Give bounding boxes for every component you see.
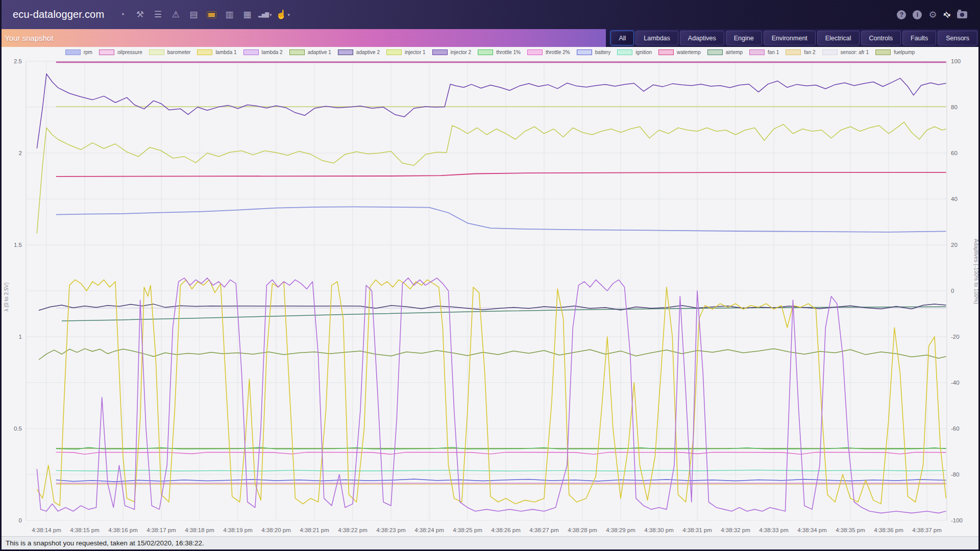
- legend-swatch: [432, 49, 448, 55]
- legend-item-injector-1[interactable]: injector 1: [386, 49, 426, 55]
- legend-swatch: [875, 49, 891, 55]
- chart-menu-icon[interactable]: ▂▅▇▾: [258, 8, 272, 21]
- right-axis-tick: 0: [951, 288, 954, 294]
- series-line-lambda-2: [37, 278, 946, 513]
- legend-item-airtemp[interactable]: airtemp: [707, 49, 743, 55]
- x-axis-tick: 4:38:23 pm: [376, 527, 406, 533]
- chart-legend: rpmoilpressurebarometerlambda 1lambda 2a…: [2, 49, 978, 55]
- legend-item-ignition[interactable]: ignition: [617, 49, 652, 55]
- left-axis-title: λ (0 to 2.5V): [3, 282, 9, 311]
- legend-label: fan 1: [768, 49, 779, 55]
- right-axis-title: Adaptives (-100% to 100%): [973, 239, 978, 304]
- left-axis-tick: 2: [19, 150, 22, 156]
- legend-item-fan-1[interactable]: fan 1: [749, 49, 779, 55]
- wrench-icon[interactable]: ⚒: [133, 8, 146, 21]
- x-axis-tick: 4:38:33 pm: [759, 527, 789, 533]
- legend-item-throttle-2-[interactable]: throttle 2%: [527, 49, 570, 55]
- sliders-icon-glyph: ☰: [154, 9, 162, 20]
- wrench-icon-glyph: ⚒: [136, 9, 144, 20]
- series-line-throttle-2-: [56, 452, 946, 454]
- legend-swatch: [822, 49, 838, 55]
- tab-faults[interactable]: Faults: [902, 31, 936, 45]
- legend-item-injector-2[interactable]: injector 2: [432, 49, 472, 55]
- brand-title: ecu-datalogger.com: [13, 9, 104, 20]
- tab-environment[interactable]: Environment: [764, 31, 816, 45]
- left-axis-tick: 0.5: [14, 425, 22, 432]
- x-axis-tick: 4:38:37 pm: [912, 527, 942, 533]
- info-icon[interactable]: i: [913, 10, 922, 19]
- right-axis-tick: -60: [951, 425, 960, 432]
- film-icon[interactable]: ▦: [240, 8, 254, 21]
- tab-adaptives[interactable]: Adaptives: [680, 31, 724, 45]
- settings-gear-icon[interactable]: ⚙: [928, 9, 937, 20]
- x-axis-tick: 4:38:17 pm: [146, 527, 176, 533]
- legend-item-lambda-1[interactable]: lambda 1: [197, 49, 236, 55]
- legend-label: fuelpump: [894, 49, 915, 55]
- page-title: Your snapshot: [2, 34, 53, 42]
- chip-icon[interactable]: ▥: [223, 8, 236, 21]
- tab-lambdas[interactable]: Lambdas: [635, 31, 678, 45]
- legend-swatch: [386, 49, 402, 55]
- warning-icon-glyph: ⚠: [172, 9, 180, 20]
- legend-swatch: [338, 49, 353, 55]
- series-line-injector-1: [37, 122, 946, 233]
- pointer-menu-icon[interactable]: ☝▾: [276, 8, 289, 21]
- x-axis-tick: 4:38:20 pm: [261, 527, 291, 533]
- snapshot-header: Your snapshot AllLambdasAdaptivesEngineE…: [2, 29, 978, 47]
- x-axis-tick: 4:38:35 pm: [836, 527, 865, 533]
- datalist-icon: [207, 11, 216, 18]
- x-axis-tick: 4:38:21 pm: [300, 527, 329, 533]
- compress-icon[interactable]: ⇄: [941, 9, 953, 20]
- chip-icon-glyph: ▥: [225, 9, 233, 20]
- line-chart: 2.521.510.50100806040200-20-40-60-80-100…: [2, 47, 978, 536]
- legend-item-rpm[interactable]: rpm: [65, 49, 92, 55]
- tab-engine[interactable]: Engine: [726, 31, 762, 45]
- sliders-icon[interactable]: ☰: [151, 8, 164, 21]
- pointer-menu-icon-glyph: ☝: [276, 9, 286, 20]
- warning-icon[interactable]: ⚠: [169, 8, 182, 21]
- legend-item-barometer[interactable]: barometer: [149, 49, 191, 55]
- series-line-lambda-1: [37, 280, 946, 506]
- chevron-down-icon: ▾: [270, 12, 272, 17]
- status-bar: This is a snapshot you requested, taken …: [2, 536, 978, 549]
- gauge-icon[interactable]: ◔: [115, 8, 129, 21]
- legend-item-adaptive-2[interactable]: adaptive 2: [338, 49, 380, 55]
- legend-label: rpm: [84, 49, 92, 55]
- legend-item-sensor-afr-1[interactable]: sensor: afr 1: [822, 49, 869, 55]
- legend-item-fan-2[interactable]: fan 2: [786, 49, 815, 55]
- legend-label: injector 2: [451, 49, 472, 55]
- right-axis-tick: 40: [951, 196, 958, 202]
- legend-item-lambda-2[interactable]: lambda 2: [243, 49, 283, 55]
- legend-label: fan 2: [804, 49, 815, 55]
- legend-label: barometer: [167, 49, 191, 55]
- legend-item-watertemp[interactable]: watertemp: [658, 49, 701, 55]
- help-icon[interactable]: ?: [897, 10, 906, 19]
- tab-all[interactable]: All: [610, 31, 634, 45]
- legend-label: airtemp: [726, 49, 743, 55]
- tab-controls[interactable]: Controls: [861, 31, 901, 45]
- legend-item-throttle-1-[interactable]: throttle 1%: [478, 49, 521, 55]
- x-axis-tick: 4:38:16 pm: [108, 527, 138, 533]
- chevron-down-icon: ▾: [288, 12, 290, 17]
- tab-electrical[interactable]: Electrical: [817, 31, 860, 45]
- legend-label: adaptive 2: [356, 49, 380, 55]
- legend-swatch: [658, 49, 674, 55]
- x-axis-tick: 4:38:31 pm: [682, 527, 712, 533]
- legend-item-adaptive-1[interactable]: adaptive 1: [289, 49, 331, 55]
- legend-item-oilpressure[interactable]: oilpressure: [99, 49, 142, 55]
- legend-label: lambda 1: [215, 49, 236, 55]
- right-axis-tick: 60: [951, 150, 958, 156]
- tab-sensors[interactable]: Sensors: [938, 31, 977, 45]
- logbook-icon[interactable]: ▤: [187, 8, 200, 21]
- film-icon-glyph: ▦: [243, 9, 251, 20]
- status-text: This is a snapshot you requested, taken …: [6, 539, 204, 547]
- legend-swatch: [749, 49, 765, 55]
- x-axis-tick: 4:38:32 pm: [721, 527, 750, 533]
- datalist-icon[interactable]: [205, 8, 218, 21]
- legend-swatch: [577, 49, 592, 55]
- camera-icon[interactable]: [957, 11, 967, 18]
- left-axis-tick: 2.5: [14, 58, 22, 64]
- x-axis-tick: 4:38:24 pm: [414, 527, 444, 533]
- legend-item-fuelpump[interactable]: fuelpump: [875, 49, 915, 55]
- legend-item-battery[interactable]: battery: [577, 49, 611, 55]
